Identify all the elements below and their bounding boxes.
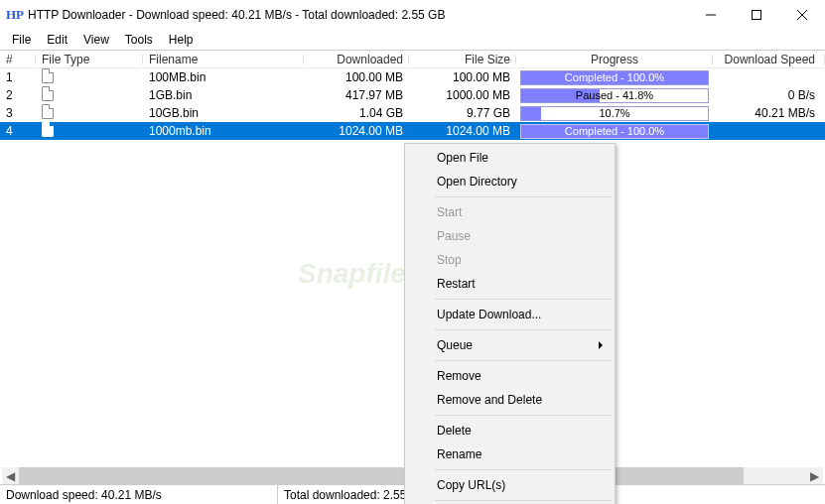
cell-filesize: 9.77 GB [409, 106, 516, 120]
cell-downloaded: 1.04 GB [304, 106, 409, 120]
cell-filename: 10GB.bin [143, 106, 304, 120]
window-title: HTTP Downloader - Download speed: 40.21 … [28, 8, 688, 22]
context-menu-item[interactable]: Queue [407, 333, 613, 357]
cell-filesize: 1000.00 MB [409, 88, 516, 102]
table-body: 1100MB.bin100.00 MB100.00 MBCompleted - … [0, 68, 825, 140]
table-header: # File Type Filename Downloaded File Siz… [0, 51, 825, 68]
menu-tools[interactable]: Tools [117, 31, 161, 49]
cell-filename: 1000mb.bin [143, 124, 304, 138]
progress-bar: Completed - 100.0% [520, 70, 709, 85]
progress-bar: 10.7% [520, 106, 709, 121]
cell-num: 3 [0, 106, 36, 120]
context-menu-item[interactable]: Open Directory [407, 170, 613, 193]
cell-filename: 100MB.bin [143, 70, 304, 84]
progress-label: 10.7% [521, 107, 708, 120]
table-row[interactable]: 310GB.bin1.04 GB9.77 GB10.7%40.21 MB/s [0, 104, 825, 122]
scroll-right-button[interactable]: ▶ [806, 467, 823, 484]
context-menu-separator [435, 196, 612, 197]
downloads-table: # File Type Filename Downloaded File Siz… [0, 50, 825, 140]
cell-progress: 10.7% [516, 106, 713, 121]
cell-num: 4 [0, 124, 36, 138]
menu-edit[interactable]: Edit [39, 31, 75, 49]
context-menu-separator [435, 469, 612, 470]
context-menu-separator [435, 415, 612, 416]
cell-downloaded: 417.97 MB [304, 88, 409, 102]
file-icon [42, 86, 54, 101]
cell-progress: Completed - 100.0% [516, 124, 713, 139]
file-icon [42, 68, 54, 83]
watermark: Snapfiles [298, 258, 421, 290]
context-menu-separator [435, 500, 612, 501]
svg-rect-1 [753, 11, 761, 20]
context-menu-item[interactable]: Update Download... [407, 303, 613, 326]
cell-filetype [36, 86, 143, 104]
cell-num: 2 [0, 88, 36, 102]
cell-progress: Paused - 41.8% [516, 88, 713, 103]
progress-label: Paused - 41.8% [521, 89, 708, 102]
progress-label: Completed - 100.0% [521, 71, 708, 84]
context-menu-item: Start [407, 200, 613, 224]
context-menu-item[interactable]: Remove [407, 364, 613, 388]
cell-filetype [36, 122, 143, 140]
context-menu-item[interactable]: Rename [407, 442, 613, 466]
progress-label: Completed - 100.0% [521, 125, 708, 138]
context-menu-item: Stop [407, 248, 613, 272]
col-header-filename[interactable]: Filename [143, 53, 304, 66]
cell-speed: 40.21 MB/s [713, 106, 825, 120]
minimize-button[interactable] [688, 0, 734, 30]
window-controls [688, 0, 825, 30]
menubar: File Edit View Tools Help [0, 30, 825, 50]
cell-filesize: 100.00 MB [409, 70, 516, 84]
context-menu-separator [435, 299, 612, 300]
table-row[interactable]: 21GB.bin417.97 MB1000.00 MBPaused - 41.8… [0, 86, 825, 104]
col-header-progress[interactable]: Progress [516, 53, 713, 66]
scroll-thumb[interactable] [19, 467, 744, 484]
context-menu-item[interactable]: Delete [407, 419, 613, 442]
menu-help[interactable]: Help [161, 31, 202, 49]
cell-filetype [36, 104, 143, 122]
progress-bar: Paused - 41.8% [520, 88, 709, 103]
context-menu-item: Pause [407, 224, 613, 248]
col-header-downloaded[interactable]: Downloaded [304, 53, 409, 66]
context-menu-item[interactable]: Restart [407, 272, 613, 296]
cell-filename: 1GB.bin [143, 88, 304, 102]
cell-filetype [36, 68, 143, 86]
close-button[interactable] [779, 0, 825, 30]
cell-speed: 0 B/s [713, 88, 825, 102]
context-menu-item[interactable]: Copy URL(s) [407, 473, 613, 497]
cell-progress: Completed - 100.0% [516, 70, 713, 85]
context-menu-item[interactable]: Remove and Delete [407, 388, 613, 412]
app-icon: HP [6, 7, 22, 23]
file-icon [42, 104, 54, 119]
context-menu-item[interactable]: Open File [407, 146, 613, 170]
file-icon [42, 122, 54, 137]
cell-num: 1 [0, 70, 36, 84]
context-menu-separator [435, 329, 612, 330]
menu-view[interactable]: View [75, 31, 117, 49]
cell-filesize: 1024.00 MB [409, 124, 516, 138]
col-header-filetype[interactable]: File Type [36, 53, 143, 66]
col-header-speed[interactable]: Download Speed [713, 53, 825, 66]
cell-downloaded: 1024.00 MB [304, 124, 409, 138]
maximize-button[interactable] [734, 0, 779, 30]
titlebar: HP HTTP Downloader - Download speed: 40.… [0, 0, 825, 30]
col-header-num[interactable]: # [0, 53, 36, 66]
table-row[interactable]: 41000mb.bin1024.00 MB1024.00 MBCompleted… [0, 122, 825, 140]
menu-file[interactable]: File [4, 31, 39, 49]
col-header-filesize[interactable]: File Size [409, 53, 516, 66]
table-row[interactable]: 1100MB.bin100.00 MB100.00 MBCompleted - … [0, 68, 825, 86]
status-speed: Download speed: 40.21 MB/s [0, 485, 278, 504]
progress-bar: Completed - 100.0% [520, 124, 709, 139]
scroll-left-button[interactable]: ◀ [2, 467, 19, 484]
context-menu-separator [435, 360, 612, 361]
context-menu: Open FileOpen DirectoryStartPauseStopRes… [404, 143, 616, 504]
cell-downloaded: 100.00 MB [304, 70, 409, 84]
